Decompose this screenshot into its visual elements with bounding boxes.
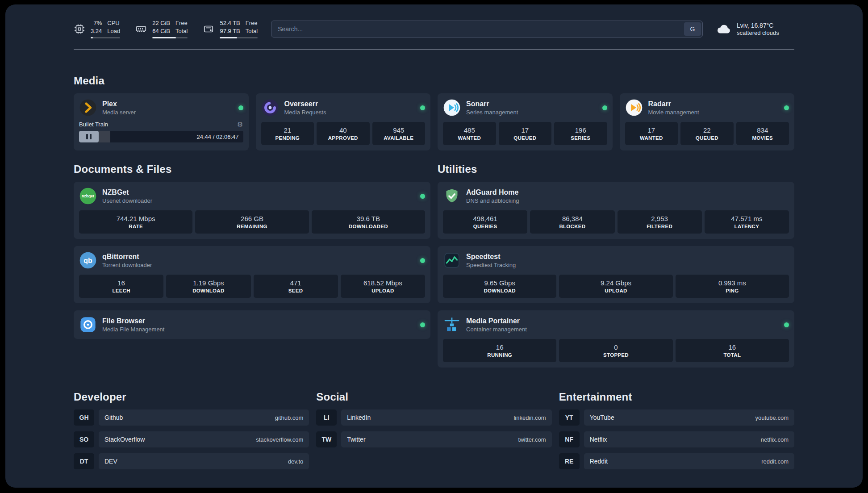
pause-button[interactable] xyxy=(79,131,99,142)
stat-tile: 9.65 Gbps DOWNLOAD xyxy=(443,275,556,298)
overseerr-icon xyxy=(261,99,279,117)
svg-text:qb: qb xyxy=(83,257,92,264)
stat-tile: 21 PENDING xyxy=(261,122,314,145)
stat-tile: 834 MOVIES xyxy=(736,122,789,145)
stat-tile: 2,953 FILTERED xyxy=(618,210,702,234)
status-dot xyxy=(420,322,425,327)
stat-label: UPLOAD xyxy=(371,288,394,293)
stat-tile: 471 SEED xyxy=(254,275,338,298)
service-card-adguard[interactable]: AdGuard Home DNS and adblocking 498,461 … xyxy=(438,182,794,239)
service-card-sonarr[interactable]: Sonarr Series management 485 WANTED 17 Q… xyxy=(438,93,613,150)
status-dot xyxy=(784,322,789,327)
service-card-plex[interactable]: Plex Media server Bullet Train ⚙ 24:44 /… xyxy=(74,93,249,150)
stat-tile: 618.52 Mbps UPLOAD xyxy=(341,275,425,298)
cpu-usage-label: CPU xyxy=(107,20,120,27)
bookmark-name: LinkedIn xyxy=(347,414,371,421)
service-desc: Media server xyxy=(102,109,136,116)
bookmark-name: Reddit xyxy=(590,458,608,465)
service-card-nzbget[interactable]: nzbget NZBGet Usenet downloader 744.21 M… xyxy=(74,182,430,239)
service-desc: Movie management xyxy=(648,109,699,116)
bookmark-reddit[interactable]: RE Reddit reddit.com xyxy=(559,453,794,469)
cpu-load-value: 3.24 xyxy=(91,28,102,35)
qbittorrent-icon: qb xyxy=(79,251,97,269)
playback-progress-bar[interactable]: 24:44 / 02:06:47 xyxy=(79,131,243,142)
stat-tile: 945 AVAILABLE xyxy=(372,122,426,145)
bookmark-abbr: DT xyxy=(74,453,94,469)
sonarr-icon xyxy=(443,99,461,117)
stat-value: 16 xyxy=(117,279,125,287)
section-developer: Developer GH Github github.com SO StackO… xyxy=(74,391,309,469)
section-title-utilities: Utilities xyxy=(438,163,794,175)
stat-tile: 0.993 ms PING xyxy=(676,275,789,298)
service-card-filebrowser[interactable]: File Browser Media File Management xyxy=(74,310,430,339)
stat-value: 39.6 TB xyxy=(357,215,380,222)
stat-value: 9.65 Gbps xyxy=(484,279,515,287)
section-documents: Documents & Files nzbget NZBGet Usenet d… xyxy=(74,163,430,368)
topbar: 7% 3.24 CPU Load xyxy=(74,18,794,40)
stat-tile: 9.24 Gbps UPLOAD xyxy=(559,275,672,298)
memory-total-value: 64 GiB xyxy=(152,28,170,35)
speedtest-icon xyxy=(443,251,461,269)
stat-label: WANTED xyxy=(640,135,663,141)
service-card-qbittorrent[interactable]: qb qBittorrent Torrent downloader 16 LEE… xyxy=(74,246,430,303)
service-name: NZBGet xyxy=(102,188,152,196)
stat-tile: 498,461 QUERIES xyxy=(443,210,527,234)
service-card-speedtest[interactable]: Speedtest Speedtest Tracking 9.65 Gbps D… xyxy=(438,246,794,303)
service-desc: Series management xyxy=(466,109,518,116)
bookmark-linkedin[interactable]: LI LinkedIn linkedin.com xyxy=(316,409,551,426)
bookmark-github[interactable]: GH Github github.com xyxy=(74,409,309,426)
memory-free-label: Free xyxy=(175,20,188,27)
memory-stats: 22 GiB 64 GiB Free Total xyxy=(152,20,188,39)
stat-value: 0 xyxy=(614,343,618,351)
stat-label: SERIES xyxy=(571,135,590,141)
stat-label: STOPPED xyxy=(603,352,629,358)
bookmark-domain: github.com xyxy=(275,414,304,421)
stat-value: 16 xyxy=(728,343,736,351)
bookmark-youtube[interactable]: YT YouTube youtube.com xyxy=(559,409,794,426)
radarr-icon xyxy=(625,99,643,117)
bookmark-twitter[interactable]: TW Twitter twitter.com xyxy=(316,431,551,447)
service-desc: Container management xyxy=(466,326,527,333)
service-card-radarr[interactable]: Radarr Movie management 17 WANTED 22 QUE… xyxy=(620,93,795,150)
stat-label: REMAINING xyxy=(237,224,267,229)
section-title-social: Social xyxy=(316,391,551,403)
stat-value: 17 xyxy=(521,126,529,134)
service-card-overseerr[interactable]: Overseerr Media Requests 21 PENDING 40 A… xyxy=(256,93,431,150)
stat-value: 196 xyxy=(575,126,586,134)
bookmark-stackoverflow[interactable]: SO StackOverflow stackoverflow.com xyxy=(74,431,309,447)
stat-value: 618.52 Mbps xyxy=(363,279,402,287)
stat-value: 0.993 ms xyxy=(718,279,746,287)
stat-value: 9.24 Gbps xyxy=(601,279,631,287)
adguard-icon xyxy=(443,187,461,205)
service-desc: Media File Management xyxy=(102,326,164,333)
memory-free-value: 22 GiB xyxy=(152,20,170,27)
search-input[interactable] xyxy=(271,21,703,38)
service-name: Media Portainer xyxy=(466,317,527,325)
stat-label: UPLOAD xyxy=(605,288,627,293)
bookmark-abbr: SO xyxy=(74,431,94,447)
weather-condition: scattered clouds xyxy=(737,29,779,36)
gear-icon[interactable]: ⚙ xyxy=(237,121,243,128)
stat-tile: 39.6 TB DOWNLOADED xyxy=(312,210,425,234)
bookmark-domain: reddit.com xyxy=(761,458,789,465)
bookmark-abbr: NF xyxy=(559,431,580,447)
bookmark-domain: dev.to xyxy=(288,458,303,465)
status-dot xyxy=(420,258,425,263)
section-utilities: Utilities AdGuard Home DNS and adblockin… xyxy=(438,163,794,368)
status-dot xyxy=(238,105,243,110)
memory-total-label: Total xyxy=(175,28,188,35)
service-card-portainer[interactable]: Media Portainer Container management 16 … xyxy=(438,310,794,368)
bookmark-abbr: GH xyxy=(74,409,94,426)
topbar-divider xyxy=(74,49,794,50)
bookmark-dev[interactable]: DT DEV dev.to xyxy=(74,453,309,469)
bookmark-netflix[interactable]: NF Netflix netflix.com xyxy=(559,431,794,447)
stat-tile: 744.21 Mbps RATE xyxy=(79,210,192,234)
stat-value: 47.571 ms xyxy=(731,215,762,222)
stat-value: 86,384 xyxy=(562,215,583,222)
stat-label: DOWNLOADED xyxy=(349,224,388,229)
search-provider-button[interactable]: G xyxy=(684,22,701,36)
cpu-stats: 7% 3.24 CPU Load xyxy=(91,20,120,39)
service-name: AdGuard Home xyxy=(466,188,519,196)
stat-value: 16 xyxy=(496,343,504,351)
resource-disk: 52.4 TB 97.9 TB Free Total xyxy=(203,20,258,39)
